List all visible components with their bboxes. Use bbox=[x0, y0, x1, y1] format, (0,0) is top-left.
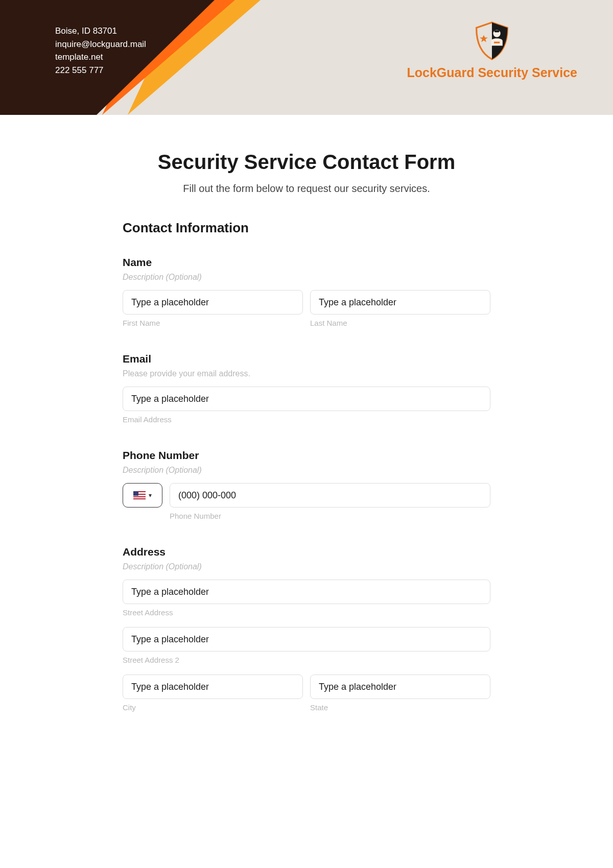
phone-sublabel: Phone Number bbox=[170, 512, 490, 520]
name-description: Description (Optional) bbox=[123, 273, 490, 282]
form-container: Security Service Contact Form Fill out t… bbox=[97, 115, 516, 758]
street-address-input[interactable] bbox=[123, 580, 490, 604]
us-flag-icon bbox=[133, 491, 146, 499]
contact-site: template.net bbox=[55, 51, 146, 64]
address-description: Description (Optional) bbox=[123, 562, 490, 571]
form-subtitle: Fill out the form below to request our s… bbox=[123, 183, 490, 195]
first-name-input[interactable] bbox=[123, 290, 303, 315]
last-name-input[interactable] bbox=[310, 290, 490, 315]
shield-guard-icon bbox=[471, 20, 512, 61]
state-sublabel: State bbox=[310, 703, 490, 712]
email-label: Email bbox=[123, 353, 490, 365]
street-address-2-sublabel: Street Address 2 bbox=[123, 656, 490, 664]
street-address-sublabel: Street Address bbox=[123, 608, 490, 617]
header-banner: Boise, ID 83701 inquire@lockguard.mail t… bbox=[0, 0, 613, 115]
email-field-group: Email Please provide your email address.… bbox=[123, 353, 490, 424]
company-name: LockGuard Security Service bbox=[407, 65, 577, 80]
address-label: Address bbox=[123, 546, 490, 558]
last-name-sublabel: Last Name bbox=[310, 319, 490, 327]
company-block: LockGuard Security Service bbox=[407, 20, 577, 80]
city-input[interactable] bbox=[123, 674, 303, 699]
street-address-2-input[interactable] bbox=[123, 627, 490, 652]
country-code-select[interactable]: ▾ bbox=[123, 483, 162, 508]
contact-city: Boise, ID 83701 bbox=[55, 25, 146, 38]
phone-input[interactable] bbox=[170, 483, 490, 508]
section-contact-info: Contact Information bbox=[123, 220, 490, 236]
chevron-down-icon: ▾ bbox=[149, 492, 152, 499]
city-sublabel: City bbox=[123, 703, 303, 712]
address-field-group: Address Description (Optional) Street Ad… bbox=[123, 546, 490, 712]
contact-email: inquire@lockguard.mail bbox=[55, 38, 146, 51]
email-description: Please provide your email address. bbox=[123, 369, 490, 378]
form-title: Security Service Contact Form bbox=[123, 151, 490, 174]
name-label: Name bbox=[123, 256, 490, 269]
first-name-sublabel: First Name bbox=[123, 319, 303, 327]
name-field-group: Name Description (Optional) First Name L… bbox=[123, 256, 490, 327]
phone-description: Description (Optional) bbox=[123, 466, 490, 475]
email-sublabel: Email Address bbox=[123, 415, 490, 424]
email-input[interactable] bbox=[123, 387, 490, 411]
phone-label: Phone Number bbox=[123, 449, 490, 462]
svg-rect-1 bbox=[494, 30, 500, 32]
header-contact-block: Boise, ID 83701 inquire@lockguard.mail t… bbox=[55, 25, 146, 77]
contact-phone: 222 555 777 bbox=[55, 64, 146, 77]
state-input[interactable] bbox=[310, 674, 490, 699]
svg-marker-2 bbox=[480, 35, 488, 42]
svg-rect-3 bbox=[494, 42, 500, 43]
phone-field-group: Phone Number Description (Optional) ▾ Ph… bbox=[123, 449, 490, 520]
